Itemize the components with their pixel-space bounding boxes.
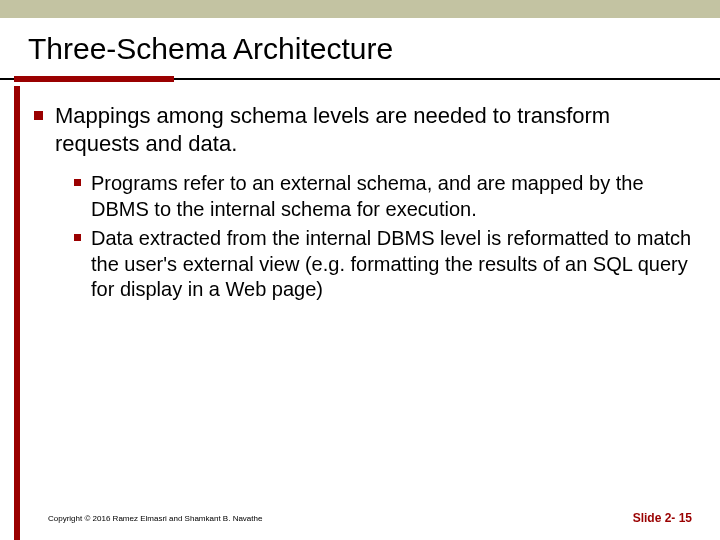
- divider-accent: [14, 76, 174, 82]
- sub-bullets: Programs refer to an external schema, an…: [74, 171, 692, 303]
- slide-container: Three-Schema Architecture Mappings among…: [0, 0, 720, 540]
- bullet-level2-text: Data extracted from the internal DBMS le…: [91, 226, 692, 303]
- title-divider: [0, 76, 720, 86]
- bullet-level1-text: Mappings among schema levels are needed …: [55, 102, 692, 157]
- left-accent-rail: [14, 86, 20, 540]
- bullet-level2: Data extracted from the internal DBMS le…: [74, 226, 692, 303]
- content-area: Mappings among schema levels are needed …: [0, 86, 720, 540]
- square-bullet-icon: [34, 111, 43, 120]
- bullet-level1: Mappings among schema levels are needed …: [34, 102, 692, 157]
- square-bullet-icon: [74, 234, 81, 241]
- title-area: Three-Schema Architecture: [0, 18, 720, 72]
- top-accent-bar: [0, 0, 720, 18]
- slide-number: Slide 2- 15: [633, 511, 692, 525]
- slide-title: Three-Schema Architecture: [28, 32, 692, 66]
- bullet-level2-text: Programs refer to an external schema, an…: [91, 171, 692, 222]
- footer: Copyright © 2016 Ramez Elmasri and Shamk…: [0, 506, 720, 540]
- square-bullet-icon: [74, 179, 81, 186]
- bullet-level2: Programs refer to an external schema, an…: [74, 171, 692, 222]
- copyright-text: Copyright © 2016 Ramez Elmasri and Shamk…: [48, 514, 262, 523]
